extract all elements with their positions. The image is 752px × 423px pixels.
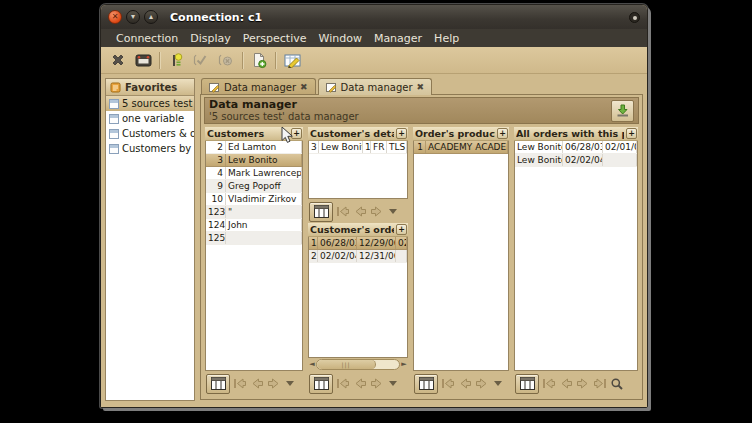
panel-menu-button[interactable]: + [396,224,407,235]
close-window-button[interactable]: ✕ [108,10,122,24]
commit-check-icon[interactable] [192,51,210,69]
table-cell: Lew Bonito [515,141,563,153]
first-record-icon[interactable] [542,377,556,390]
panel-details-header: Customer's details + [308,127,408,141]
previous-record-icon[interactable] [559,377,573,390]
first-record-icon[interactable] [233,377,247,390]
customer-orders-grid[interactable]: 106/28/0312/29/0602/0202/02/0412/31/06 [308,237,408,358]
first-record-icon[interactable] [336,377,350,390]
window-properties-icon[interactable] [134,51,152,69]
toolbar-separator [159,52,160,69]
previous-record-icon[interactable] [250,377,264,390]
next-record-icon[interactable] [370,377,384,390]
table-row[interactable]: 202/02/0412/31/06 [309,250,407,263]
grid-view-button[interactable] [309,202,333,222]
table-cell: Ed Lamton [226,141,302,153]
table-row[interactable]: 125 [206,232,302,245]
next-record-icon[interactable] [267,377,281,390]
sidebar-item-customers-orders[interactable]: Customers & order [106,126,194,141]
menu-perspective[interactable]: Perspective [237,32,313,45]
menu-help[interactable]: Help [428,32,465,45]
table-row[interactable]: 3Lew Bonito1FRTLS [309,141,407,154]
table-row[interactable]: 124John [206,219,302,232]
record-actions-dropdown-icon[interactable] [286,381,294,386]
new-document-icon[interactable] [250,51,268,69]
window-menu-icon[interactable] [629,12,640,23]
table-row[interactable]: 9Greg Popoff [206,180,302,193]
record-actions-dropdown-icon[interactable] [494,381,502,386]
grid-view-button[interactable] [206,374,230,394]
table-cell: 02/0 [396,237,407,249]
table-row[interactable]: 3Lew Bonito [206,154,302,167]
sql-lamp-icon[interactable] [167,51,185,69]
panel-all-orders-header: All orders with this product + [514,127,638,141]
last-record-icon[interactable] [593,377,607,390]
scrollbar-thumb[interactable]: ||| [317,360,376,369]
table-row[interactable]: 4Mark Lawrencep [206,167,302,180]
tab-close-icon[interactable]: ✖ [417,83,425,92]
table-row[interactable]: 1ACADEMY ACADEMY [414,141,508,154]
menu-window[interactable]: Window [313,32,368,45]
panel-menu-button[interactable]: + [626,128,637,139]
tab-data-manager-2[interactable]: Data manager ✖ [318,78,433,95]
record-actions-dropdown-icon[interactable] [389,209,397,214]
table-row[interactable]: 10Vladimir Zirkov [206,193,302,206]
menu-manager[interactable]: Manager [368,32,428,45]
menu-display[interactable]: Display [184,32,237,45]
minimize-window-button[interactable]: ▾ [126,10,140,24]
menu-connection[interactable]: Connection [110,32,184,45]
tab-close-icon[interactable]: ✖ [300,83,308,92]
grid-view-button[interactable] [515,374,539,394]
window-title: Connection: c1 [170,11,262,24]
rollback-cancel-icon[interactable] [217,51,235,69]
titlebar[interactable]: ✕ ▾ ▴ Connection: c1 [101,5,647,29]
scroll-right-icon[interactable]: ► [401,361,407,368]
customers-record-toolbar [205,371,303,395]
maximize-window-button[interactable]: ▴ [144,10,158,24]
table-cell [226,232,302,244]
panel-menu-button[interactable]: + [497,128,508,139]
orders-horizontal-scrollbar[interactable]: ◄ ||| ► [308,358,408,371]
table-row[interactable]: Lew Bonito02/02/04 [515,154,637,167]
disconnect-icon[interactable] [109,51,127,69]
previous-record-icon[interactable] [353,205,367,218]
tab-label: Data manager [341,82,413,93]
first-record-icon[interactable] [336,205,350,218]
grid-view-button[interactable] [414,374,438,394]
next-record-icon[interactable] [576,377,590,390]
previous-record-icon[interactable] [353,377,367,390]
all-orders-grid[interactable]: Lew Bonito06/28/0302/01/04Lew Bonito02/0… [514,141,638,371]
sidebar-item-5-sources-test[interactable]: 5 sources test [106,96,194,111]
table-row[interactable]: 123" [206,206,302,219]
sidebar-item-one-variable[interactable]: one variable [106,111,194,126]
next-record-icon[interactable] [370,205,384,218]
edit-table-icon[interactable] [283,51,301,69]
table-cell: 125 [206,232,226,244]
panel-order-products: Order's products + 1ACADEMY ACADEMY [413,127,509,395]
view-title: Data manager [209,99,611,111]
search-icon[interactable] [610,377,624,391]
panel-menu-button[interactable]: + [291,128,302,139]
table-cell: 02/02/04 [318,250,357,262]
previous-record-icon[interactable] [458,377,472,390]
table-row[interactable]: 2Ed Lamton [206,141,302,154]
panel-menu-button[interactable]: + [396,128,407,139]
sidebar-item-label: Customers & order [122,128,194,139]
sidebar-item-customers-by-name[interactable]: Customers by nam [106,141,194,156]
grid-view-button[interactable] [309,374,333,394]
record-actions-dropdown-icon[interactable] [389,381,397,386]
table-row[interactable]: Lew Bonito06/28/0302/01/04 [515,141,637,154]
customer-details-grid[interactable]: 3Lew Bonito1FRTLS [308,141,408,199]
scroll-left-icon[interactable]: ◄ [309,361,315,368]
all-orders-record-toolbar [514,371,638,395]
export-button[interactable] [611,100,634,122]
table-row[interactable]: 106/28/0312/29/0602/0 [309,237,407,250]
customers-grid[interactable]: 2Ed Lamton3Lew Bonito4Mark Lawrencep9Gre… [205,141,303,371]
scrollbar-track[interactable]: ||| [316,359,400,370]
tab-data-manager-1[interactable]: Data manager ✖ [201,78,316,95]
table-cell: 10 [206,193,226,205]
next-record-icon[interactable] [475,377,489,390]
first-record-icon[interactable] [441,377,455,390]
order-products-grid[interactable]: 1ACADEMY ACADEMY [413,141,509,371]
table-cell: 1 [414,141,426,153]
